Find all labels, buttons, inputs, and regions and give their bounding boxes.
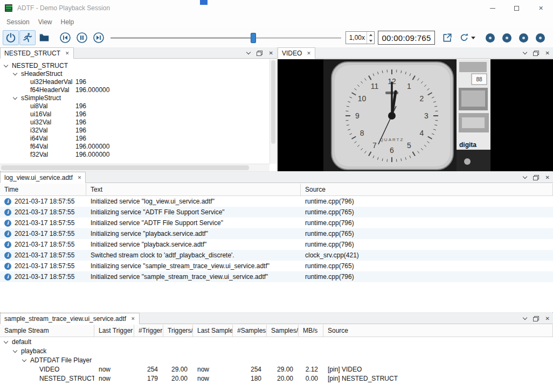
trace-column-header[interactable]: #Samples (233, 325, 267, 337)
trace-column-header[interactable]: Samples/s (267, 325, 299, 337)
log-row[interactable]: i2021-03-17 18:57:55Initializing service… (0, 261, 553, 271)
trace-row-ADTFDAT File Player[interactable]: ADTFDAT File Player (0, 355, 553, 365)
log-row[interactable]: i2021-03-17 18:57:55Initializing service… (0, 207, 553, 218)
dock-menu-icon[interactable] (522, 316, 527, 320)
round-button-3[interactable] (519, 33, 528, 43)
tab-close-icon[interactable]: ✕ (131, 317, 135, 321)
speed-down-button[interactable] (367, 38, 374, 44)
pause-button[interactable] (74, 30, 90, 45)
round-button-1[interactable] (486, 33, 495, 43)
maximize-icon (514, 6, 519, 11)
tab-nested-struct[interactable]: NESTED_STRUCT ✕ (0, 47, 74, 59)
skip-to-start-button[interactable] (57, 30, 73, 45)
log-text-cell: Initialized service "log_view.ui_service… (86, 196, 301, 207)
trace-column-header[interactable]: Source (323, 325, 553, 337)
dock-float-icon[interactable] (533, 51, 539, 56)
tab-close-icon[interactable]: ✕ (307, 51, 311, 56)
tree-item-NESTED_STRUCT[interactable]: NESTED_STRUCT (0, 61, 276, 69)
log-row[interactable]: i2021-03-17 18:57:55Initialized service … (0, 218, 553, 228)
dock-menu-icon[interactable] (522, 174, 527, 179)
tree-item-ui8Val[interactable]: ui8Val196 (0, 102, 276, 110)
open-external-button[interactable] (439, 30, 455, 45)
trace-column-header[interactable]: Last Trigger (94, 325, 134, 337)
expanded-chevron-icon[interactable] (13, 95, 17, 99)
tree-item-ui16Val[interactable]: ui16Val196 (0, 110, 276, 118)
trace-name-label: ADTFDAT File Player (30, 356, 92, 364)
tab-stream-trace[interactable]: sample_stream_trace_view.ui_service.adtf… (0, 313, 140, 324)
log-row[interactable]: i2021-03-17 18:57:55Initializing service… (0, 228, 553, 239)
log-row[interactable]: i2021-03-17 18:57:55Switched stream cloc… (0, 250, 553, 261)
close-button[interactable]: ✕ (529, 0, 553, 16)
dock-close-icon[interactable]: ✕ (269, 51, 273, 56)
trace-row-VIDEO[interactable]: VIDEOnow25429.00now25429.002.12[pin] VID… (0, 365, 553, 374)
trace-column-header[interactable]: MB/s (299, 325, 323, 337)
trace-row-NESTED_STRUCT[interactable]: NESTED_STRUCTnow17920.00now18020.000.00[… (0, 374, 553, 383)
tree-item-f32Val[interactable]: f32Val196.000000 (0, 150, 276, 158)
tree-item-value: 196 (75, 118, 86, 126)
dock-menu-icon[interactable] (246, 50, 250, 54)
trace-table-header: Sample StreamLast Trigger#TriggerTrigger… (0, 325, 553, 337)
trace-column-header[interactable]: #Trigger (134, 325, 163, 337)
skip-to-end-button[interactable] (91, 30, 107, 45)
log-column-header[interactable]: Source (301, 184, 553, 195)
tree-item-i64Val[interactable]: i64Val196 (0, 134, 276, 142)
log-row[interactable]: i2021-03-17 18:57:55Initialized service … (0, 196, 553, 207)
expanded-chevron-icon[interactable] (22, 357, 26, 361)
trace-column-header[interactable]: Last Sample (193, 325, 233, 337)
round-button-2[interactable] (502, 33, 511, 43)
tree-item-ui32Val[interactable]: ui32Val196 (0, 118, 276, 126)
menu-help[interactable]: Help (57, 16, 79, 28)
trace-cell (233, 337, 267, 346)
expanded-chevron-icon[interactable] (13, 348, 17, 352)
trace-column-header[interactable]: Triggers/s (163, 325, 193, 337)
dock-close-icon[interactable]: ✕ (545, 51, 550, 56)
expanded-chevron-icon[interactable] (4, 62, 8, 67)
expanded-chevron-icon[interactable] (4, 339, 8, 343)
trace-name-cell: ADTFDAT File Player (0, 355, 94, 365)
dock-float-icon[interactable] (257, 51, 262, 56)
tree-item-f64Val[interactable]: f64Val196.000000 (0, 142, 276, 150)
log-column-header[interactable]: Time (0, 184, 86, 195)
timeline-slider[interactable] (110, 30, 341, 45)
dock-float-icon[interactable] (533, 316, 539, 321)
dock-menu-icon[interactable] (522, 50, 527, 54)
minimize-button[interactable] (480, 0, 504, 16)
log-row[interactable]: i2021-03-17 18:57:55Initialized service … (0, 271, 553, 282)
menu-session[interactable]: Session (2, 16, 34, 28)
trace-name-cell: VIDEO (0, 365, 94, 374)
dock-close-icon[interactable]: ✕ (545, 175, 550, 180)
expanded-chevron-icon[interactable] (13, 71, 17, 75)
tree-item-sSimpleStruct[interactable]: sSimpleStruct (0, 94, 276, 102)
external-link-icon (442, 32, 453, 43)
trace-row-playback[interactable]: playback (0, 346, 553, 355)
speed-value[interactable]: 1,00x (346, 34, 367, 41)
repeat-button[interactable] (456, 30, 478, 45)
speed-up-button[interactable] (367, 32, 374, 38)
tree-item-f64HeaderVal[interactable]: f64HeaderVal196.000000 (0, 86, 276, 94)
open-file-button[interactable] (36, 30, 52, 45)
tab-close-icon[interactable]: ✕ (78, 176, 82, 180)
dock-close-icon[interactable]: ✕ (545, 316, 550, 321)
round-button-4[interactable] (536, 33, 545, 43)
tab-video[interactable]: VIDEO ✕ (278, 47, 315, 59)
power-toggle-button[interactable] (3, 30, 19, 45)
run-toggle-button[interactable] (19, 30, 36, 45)
menu-view[interactable]: View (34, 16, 57, 28)
log-row[interactable]: i2021-03-17 18:57:55Initialized service … (0, 239, 553, 250)
log-column-header[interactable]: Text (86, 184, 301, 195)
timeline-slider-handle[interactable] (251, 33, 256, 43)
tab-log-view[interactable]: log_view.ui_service.adtf ✕ (0, 172, 86, 183)
dock-float-icon[interactable] (533, 175, 539, 180)
tree-item-ui32HeaderVal[interactable]: ui32HeaderVal196 (0, 78, 276, 86)
trace-column-header[interactable]: Sample Stream (0, 325, 94, 337)
vertical-scrollbar[interactable] (269, 59, 276, 164)
tree-item-sHeaderStruct[interactable]: sHeaderStruct (0, 69, 276, 78)
speed-spinbox[interactable]: 1,00x (345, 31, 375, 44)
maximize-button[interactable] (504, 0, 529, 16)
horizontal-scrollbar[interactable] (0, 164, 269, 171)
tab-close-icon[interactable]: ✕ (65, 51, 70, 56)
repeat-dropdown-arrow[interactable] (471, 37, 475, 39)
folder-icon (38, 32, 50, 44)
trace-row-default[interactable]: default (0, 337, 553, 346)
tree-item-i32Val[interactable]: i32Val196 (0, 126, 276, 134)
